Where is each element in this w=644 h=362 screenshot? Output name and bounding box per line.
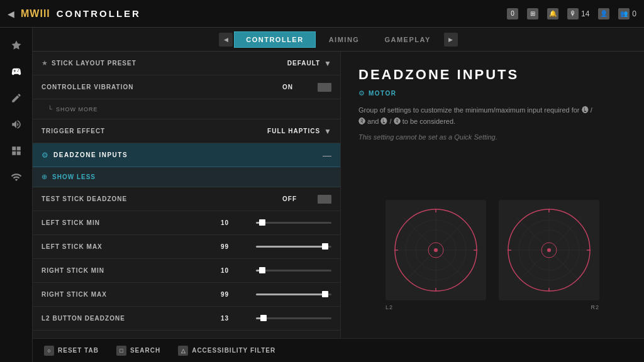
right-stick-visual: R2: [499, 200, 599, 300]
search-icon: □: [116, 346, 126, 356]
setting-l2-deadzone[interactable]: L2 BUTTON DEADZONE 13: [33, 307, 340, 331]
right-stick-min-thumb: [259, 267, 265, 273]
bottom-bar: ○ RESET TAB □ SEARCH △ ACCESSIBILITY FIL…: [33, 338, 644, 362]
show-less-icon: ⊕: [42, 173, 47, 181]
tab-icon-right[interactable]: ▶: [444, 33, 458, 47]
profile-display: 👤: [598, 8, 609, 19]
right-stick-svg: [499, 200, 599, 300]
setting-trigger-effect[interactable]: TRIGGER EFFECT FULL HAPTICS ▼: [33, 119, 340, 143]
profile-icon: 👤: [598, 8, 609, 19]
accessibility-label: ACCESSIBILITY FILTER: [192, 347, 275, 354]
setting-test-stick[interactable]: TEST STICK DEADZONE OFF: [33, 187, 340, 211]
setting-right-stick-min-label: RIGHT STICK MIN: [42, 267, 221, 274]
detail-subtitle-icon: ⚙: [358, 89, 365, 97]
setting-controller-vibration[interactable]: CONTROLLER VIBRATION ON: [33, 75, 340, 99]
deadzone-visual: L2: [358, 153, 626, 347]
tab-icon-left-symbol: ◀: [224, 36, 228, 43]
deadzone-section-header[interactable]: ⚙ DEADZONE INPUTS —: [33, 143, 340, 167]
party-count: 0: [632, 9, 636, 18]
setting-left-stick-max[interactable]: LEFT STICK MAX 99: [33, 235, 340, 259]
setting-right-stick-max[interactable]: RIGHT STICK MAX 99: [33, 283, 340, 307]
right-stick-max-fill: [256, 293, 325, 295]
left-stick-min-value: 10: [221, 219, 252, 226]
setting-left-stick-min[interactable]: LEFT STICK MIN 10: [33, 211, 340, 235]
setting-stick-layout-value: DEFAULT: [287, 60, 320, 67]
show-less-label: SHOW LESS: [52, 173, 96, 180]
mic-icon: 🎙: [567, 8, 579, 19]
right-stick-max-value: 99: [221, 291, 252, 298]
sidebar-item-star[interactable]: [5, 34, 28, 57]
detail-title: DEADZONE INPUTS: [358, 67, 626, 83]
l2-thumb: [260, 315, 267, 321]
tab-icon-right-symbol: ▶: [448, 36, 453, 43]
detail-subtitle: MOTOR: [369, 90, 397, 97]
search-label: SEARCH: [130, 347, 160, 354]
left-stick-max-slider[interactable]: 99: [221, 243, 331, 250]
deadzone-section-icon: ⚙: [42, 151, 48, 160]
l2-deadzone-slider[interactable]: 13: [221, 315, 331, 322]
left-stick-max-fill: [256, 246, 325, 248]
bell-icon: 🔔: [547, 8, 558, 19]
reset-tab-action[interactable]: ○ RESET TAB: [44, 346, 99, 356]
mic-level: 14: [581, 9, 589, 18]
sidebar-item-network[interactable]: [5, 166, 28, 189]
setting-vibration-control: ON: [282, 83, 331, 92]
setting-trigger-value: FULL HAPTICS: [267, 128, 320, 134]
left-stick-max-track: [256, 246, 331, 248]
search-action[interactable]: □ SEARCH: [116, 346, 160, 356]
left-sidebar: [0, 28, 33, 362]
detail-subtitle-row: ⚙ MOTOR: [358, 89, 626, 97]
l2-track: [256, 317, 331, 319]
section-collapse-icon[interactable]: —: [323, 150, 331, 160]
setting-right-stick-max-label: RIGHT STICK MAX: [42, 291, 221, 298]
top-bar-right: 0 ⊞ 🔔 🎙 14 👤 👥 0: [507, 8, 636, 19]
settings-panel: ★ STICK LAYOUT PRESET DEFAULT ▼ CONTROLL…: [33, 52, 341, 362]
dropdown-arrow-icon: ▼: [324, 59, 331, 68]
tab-aiming-label: AIMING: [329, 36, 360, 43]
corner-bracket-icon: └: [48, 106, 52, 112]
party-display: 👥 0: [618, 8, 636, 19]
right-stick-max-track: [256, 293, 331, 295]
star-icon: ★: [42, 59, 48, 67]
sidebar-item-audio[interactable]: [5, 113, 28, 136]
grid-icon: ⊞: [527, 8, 538, 19]
sidebar-item-controller[interactable]: [5, 60, 28, 83]
show-less-row[interactable]: ⊕ SHOW LESS: [33, 167, 340, 187]
setting-stick-layout[interactable]: ★ STICK LAYOUT PRESET DEFAULT ▼: [33, 52, 340, 75]
back-button[interactable]: ◀: [8, 9, 14, 19]
game-logo: MWIII: [21, 8, 50, 19]
trigger-dropdown-arrow-icon: ▼: [324, 127, 331, 136]
left-stick-svg: [386, 200, 486, 300]
top-bar: ◀ MWIII CONTROLLER 0 ⊞ 🔔 🎙 14 👤 👥 0: [0, 0, 644, 28]
tab-gameplay[interactable]: GAMEPLAY: [372, 31, 442, 48]
left-stick-label-l2: L2: [386, 304, 393, 310]
right-stick-max-slider[interactable]: 99: [221, 291, 331, 298]
accessibility-action[interactable]: △ ACCESSIBILITY FILTER: [178, 346, 275, 356]
tab-bar: ◀ CONTROLLER AIMING GAMEPLAY ▶: [33, 28, 644, 52]
left-stick-min-thumb: [259, 219, 265, 226]
setting-right-stick-min[interactable]: RIGHT STICK MIN 10: [33, 259, 340, 283]
test-stick-toggle[interactable]: [318, 195, 331, 204]
vibration-toggle[interactable]: [318, 83, 331, 92]
setting-trigger-label: TRIGGER EFFECT: [42, 128, 267, 134]
grid-display: ⊞: [527, 8, 538, 19]
party-icon: 👥: [618, 8, 630, 19]
setting-left-stick-max-label: LEFT STICK MAX: [42, 243, 221, 250]
setting-left-stick-min-label: LEFT STICK MIN: [42, 219, 221, 226]
top-bar-left: ◀ MWIII CONTROLLER: [8, 8, 141, 19]
l2-value: 13: [221, 315, 252, 322]
setting-l2-label: L2 BUTTON DEADZONE: [42, 315, 221, 322]
left-stick-visual: L2: [386, 200, 486, 300]
right-stick-min-slider[interactable]: 10: [221, 267, 331, 274]
tab-aiming[interactable]: AIMING: [317, 31, 372, 48]
tab-icon-left[interactable]: ◀: [219, 33, 233, 47]
left-stick-min-slider[interactable]: 10: [221, 219, 331, 226]
tab-controller[interactable]: CONTROLLER: [234, 31, 315, 48]
left-stick-max-value: 99: [221, 243, 252, 250]
left-stick-max-thumb: [322, 243, 328, 250]
svg-point-23: [547, 248, 551, 252]
show-more-row[interactable]: └ SHOW MORE: [33, 99, 340, 119]
sidebar-item-layout[interactable]: [5, 140, 28, 162]
sidebar-item-edit[interactable]: [5, 87, 28, 109]
right-stick-label-r2: R2: [591, 304, 599, 310]
